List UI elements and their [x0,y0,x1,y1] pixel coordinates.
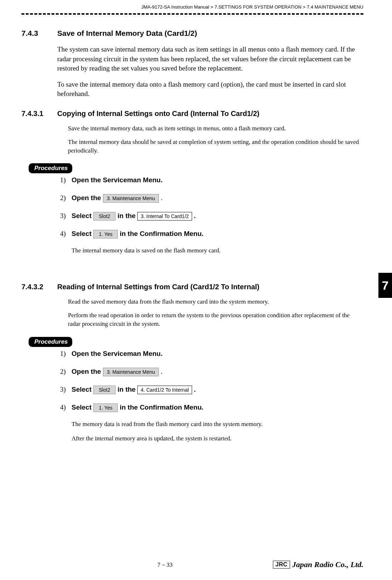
step-text: Select [72,403,93,411]
page-footer: 7－33 JRC Japan Radio Co., Ltd. [21,560,363,569]
brand-logo: JRC Japan Radio Co., Ltd. [273,560,363,569]
step-number: 1) [60,175,72,185]
step-2: 2) Open the 3. Maintenance Menu . [60,193,363,203]
menu-item-slot2: Slot2 [93,386,116,394]
paragraph: Read the saved memory data from the flas… [68,298,363,306]
divider-dashed [21,13,363,15]
menu-item-yes: 1. Yes [93,230,118,238]
breadcrumb: JMA-9172-SA Instruction Manual > 7.SETTI… [21,0,363,12]
procedures-label: Procedures [29,163,72,173]
section-title-text: Copying of Internal Settings onto Card (… [57,110,259,118]
section-heading-7431: 7.4.3.1 Copying of Internal Settings ont… [21,110,363,118]
step-2: 2) Open the 3. Maintenance Menu . [60,367,363,376]
section-number: 7.4.3 [21,29,57,38]
step-text: Select [72,212,93,219]
chapter-tab: 7 [378,273,392,298]
step-text: Open the Serviceman Menu. [72,349,162,358]
step-number: 3) [60,385,72,394]
step-4: 4) Select 1. Yes in the Confirmation Men… [60,403,363,412]
step-text: Open the Serviceman Menu. [72,175,162,185]
step-1: 1) Open the Serviceman Menu. [60,175,363,185]
step-number: 2) [60,193,72,203]
jrc-box-logo: JRC [273,561,290,569]
section-number: 7.4.3.1 [21,110,57,118]
step-text: Open the [72,194,103,202]
paragraph: To save the internal memory data onto a … [57,80,363,99]
step-3: 3) Select Slot2 in the 4. Card1/2 To Int… [60,385,363,394]
section-heading-7432: 7.4.3.2 Reading of Internal Settings fro… [21,283,363,291]
paragraph: The system can save internal memory data… [57,45,363,73]
step-4: 4) Select 1. Yes in the Confirmation Men… [60,229,363,238]
step-number: 3) [60,211,72,221]
note-text: After the internal memory area is update… [72,435,363,442]
section-number: 7.4.3.2 [21,283,57,291]
step-text: Select [72,386,93,393]
step-text: in the [117,386,137,393]
step-text: in the Confirmation Menu. [120,230,204,237]
step-text: in the Confirmation Menu. [120,403,204,411]
page-number: 7－33 [157,561,173,569]
step-1: 1) Open the Serviceman Menu. [60,349,363,358]
step-text: Select [72,230,93,237]
step-text: . [161,194,163,202]
step-number: 1) [60,349,72,358]
menu-item-card-to-internal: 4. Card1/2 To Internal [137,386,192,394]
step-3: 3) Select Slot2 in the 3. Internal To Ca… [60,211,363,221]
step-text: Open the [72,368,103,375]
section-title-text: Reading of Internal Settings from Card (… [57,283,259,291]
menu-item-maintenance: 3. Maintenance Menu [103,368,159,376]
menu-item-maintenance: 3. Maintenance Menu [103,194,159,203]
note-text: The internal memory data is saved on the… [72,247,363,254]
step-number: 4) [60,403,72,412]
menu-item-slot2: Slot2 [93,212,116,221]
note-text: The memory data is read from the flash m… [72,421,363,428]
step-number: 2) [60,367,72,376]
menu-item-yes: 1. Yes [93,403,118,412]
step-text: . [194,386,196,393]
jrc-script-logo: Japan Radio Co., Ltd. [292,560,363,569]
section-heading-743: 7.4.3 Save of Internal Memory Data (Card… [21,29,363,38]
step-number: 4) [60,229,72,238]
menu-item-internal-to-card: 3. Internal To Card1/2 [137,212,192,221]
paragraph: The internal memory data should be saved… [68,138,363,155]
step-text: . [161,368,163,375]
paragraph: Save the internal memory data, such as i… [68,124,363,133]
step-text: in the [117,212,137,219]
procedures-label: Procedures [29,337,72,347]
paragraph: Perform the read operation in order to r… [68,311,363,328]
step-text: . [194,212,196,219]
section-title-text: Save of Internal Memory Data (Card1/2) [57,29,197,38]
